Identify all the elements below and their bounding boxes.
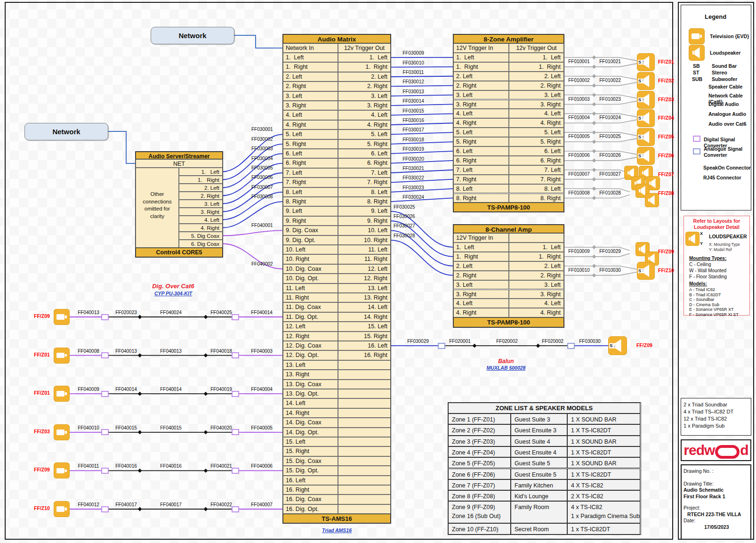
title-block-line: Drawing Title:: [684, 481, 714, 486]
table-cell: 15. Right: [338, 332, 391, 341]
speaker-cone-path: [639, 186, 645, 195]
zone-amp-model: TS-PAMP8-100: [453, 203, 564, 212]
title-block-line: 17/05/2023: [704, 524, 729, 530]
table-cell: 8. Right: [453, 194, 509, 203]
table-cell: 6. Right: [509, 156, 564, 165]
table-cell: 1. Right: [179, 176, 223, 184]
table-cell: 1. Right: [509, 252, 564, 261]
legend-converter-sample: [693, 136, 700, 142]
table-cell: [338, 428, 391, 437]
legend-item-label: Digital Audio: [708, 101, 739, 107]
wire-label: FF040021: [207, 464, 235, 469]
speaker-summary-line: 4 x Triad TS–IC82 DT: [684, 409, 733, 414]
audio-matrix-link[interactable]: Triad AMS16: [309, 527, 365, 533]
title-block-line: Project:: [684, 505, 700, 511]
zone-table-cell: Guest Ensuite 4: [511, 446, 567, 457]
table-cell: [338, 456, 391, 466]
table-cell: 12. Left: [283, 322, 338, 331]
legend-abbr-key: ST: [693, 70, 699, 75]
wire-label: FF040016: [112, 464, 140, 469]
detail-device-label: LOUDSPEAKER: [709, 234, 747, 239]
table-cell: 1. Left: [179, 168, 223, 176]
table-cell: 4. Right: [509, 308, 564, 317]
table-cell: 7. Right: [338, 178, 391, 187]
table-cell: 3. Right: [283, 101, 338, 110]
wire-label: FF020002: [493, 339, 521, 344]
speaker-cone-path: [692, 47, 700, 58]
table-cell: 11. Dig. Opt.: [283, 312, 338, 322]
table-cell: 12V Trigger In: [453, 43, 509, 53]
wire-label: FF040001: [251, 223, 273, 228]
wire-label: FF040014: [248, 310, 276, 315]
mounting-x-label: X: [700, 231, 703, 236]
table-cell: 16. Right: [283, 485, 338, 494]
dig-over-cat6-link[interactable]: CYP PU-304-KIT: [140, 291, 206, 296]
zone-table-cell: 2 X TS-IC82: [567, 490, 640, 501]
table-cell: 5. Right: [338, 139, 391, 149]
table-cell: 3. Right: [179, 208, 223, 216]
table-cell: 4. Left: [338, 110, 391, 120]
wire-label: FF010030: [597, 268, 623, 273]
title-block-line: RTECH 223-THE VILLA: [687, 511, 741, 517]
wire-label: FF030030: [576, 339, 604, 344]
wire-label: FF040015: [157, 426, 185, 430]
table-cell: 4. Right: [338, 120, 391, 130]
zone-label: FF/Z09: [658, 249, 674, 254]
wire-label: FF030012: [398, 80, 429, 84]
zone-label: FF/Z01: [34, 390, 55, 396]
model-item: E - Sonance VP65R XT: [689, 307, 734, 312]
speaker-cone-path: [641, 131, 649, 143]
table-cell: Network In: [283, 43, 338, 53]
zone-table-cell: 1 X TS-IC82DT: [567, 424, 640, 435]
tv-screen-glyph: [56, 353, 65, 358]
model-item: F - Sonance VP65R Xt ST: [689, 312, 739, 317]
speaker-summary-line: 12 x Triad TS-IC82: [684, 416, 727, 421]
table-cell: 12V Trigger In: [453, 233, 509, 243]
speaker-summary-line: 1 x Paradigm Sub: [684, 423, 724, 429]
table-cell: 4. Right: [179, 224, 223, 232]
table-cell: 13. Right: [283, 370, 338, 379]
table-cell: 6. Right: [338, 158, 391, 168]
table-cell: 10. Left: [283, 245, 338, 254]
zone-label: FF/Z03: [34, 429, 55, 434]
legend-item-label: Analogue Audio: [708, 111, 746, 117]
zone-table-cell: 1 X TS-IC82DT: [567, 469, 640, 479]
speaker-cone-glyph: [637, 262, 655, 280]
table-cell: 12. Left: [338, 264, 391, 274]
wire-label: FF040016: [157, 464, 185, 469]
table-cell: 9. Dig. Opt.: [283, 235, 338, 245]
wire-label: FF010008: [566, 191, 592, 195]
wire-label: FF030028: [394, 234, 421, 238]
table-cell: 4. Left: [453, 109, 509, 118]
table-cell: 4. Right: [453, 118, 509, 128]
table-cell: 2. Right: [509, 81, 564, 90]
wire-label: FF030015: [398, 109, 429, 113]
table-cell: 8. Left: [509, 184, 564, 194]
table-cell: 2. Right: [453, 271, 509, 280]
wire-label: FF010001: [566, 59, 592, 64]
table-cell: [338, 476, 391, 485]
wire-label: FF010009: [566, 249, 592, 254]
wire-label: FF040008: [75, 349, 102, 354]
zone-table-cell: Zone 3 (FF-Z03): [448, 436, 511, 446]
table-cell: 6. Left: [338, 149, 391, 158]
table-cell: 14. Dig. Coax: [283, 418, 338, 427]
balun-link[interactable]: MUXLAB 500028: [478, 365, 534, 371]
analogue-signal-converter: [567, 343, 575, 349]
table-cell: 16. Dig. Coax: [283, 494, 338, 504]
zone-table-cell: Zone 9 (FF-Z09) Zone 16 (Sub Out): [448, 501, 511, 523]
wire-label: FF030009: [398, 51, 429, 56]
speaker-cone-glyph: [637, 91, 655, 109]
table-cell: 1. Right: [453, 62, 509, 72]
zone-amp-title: 8-Zone Amplifier: [453, 34, 564, 43]
wire-label: FF010007: [566, 172, 592, 177]
zone-label: FF/Z08: [658, 191, 674, 196]
zone-table-cell: Zone 1 (FF-Z01): [448, 413, 511, 424]
table-cell: 2. Right: [453, 81, 509, 90]
table-cell: 4. Left: [453, 299, 509, 308]
wire-label: FF040011: [75, 464, 102, 469]
wire-label: FF010023: [597, 97, 623, 102]
table-cell: [338, 504, 391, 514]
legend-item-label: Audio over Cat6: [708, 121, 747, 127]
zone-table-cell: Guest Suite 3: [511, 413, 567, 424]
